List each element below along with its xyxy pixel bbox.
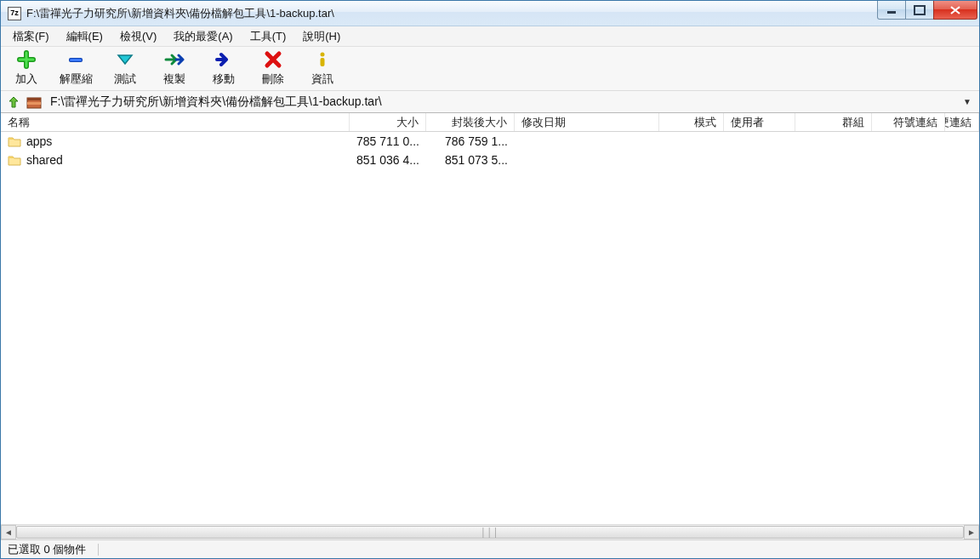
horizontal-scrollbar[interactable]: ◄ │││ ► (1, 524, 979, 539)
add-icon (17, 49, 36, 70)
toolbar-delete-label: 刪除 (262, 71, 284, 87)
toolbar-move[interactable]: 移動 (205, 49, 242, 87)
cell-size: 785 711 0... (350, 134, 426, 148)
address-bar: F:\雷禪光子力研究所\新增資料夾\備份檔解包工具\1-backup.tar\ … (1, 91, 979, 113)
toolbar-copy[interactable]: 複製 (156, 49, 193, 87)
column-header-group[interactable]: 群組 (795, 113, 872, 131)
menu-view[interactable]: 檢視(V) (113, 27, 163, 46)
scroll-right-button[interactable]: ► (964, 525, 979, 539)
menu-edit[interactable]: 編輯(E) (60, 27, 110, 46)
close-icon (949, 5, 961, 15)
column-header-size[interactable]: 大小 (350, 113, 426, 131)
copy-icon (164, 49, 185, 70)
toolbar-test[interactable]: 測試 (106, 49, 144, 87)
scroll-track[interactable]: │││ (16, 525, 964, 539)
menu-tools[interactable]: 工具(T) (243, 27, 293, 46)
menu-favorites[interactable]: 我的最愛(A) (167, 27, 239, 46)
up-icon (7, 95, 20, 109)
minimize-icon (886, 5, 897, 15)
test-icon (116, 49, 134, 70)
folder-icon (8, 135, 21, 147)
svg-point-4 (321, 53, 325, 57)
info-icon (313, 49, 332, 70)
cell-packed: 786 759 1... (426, 134, 515, 148)
address-dropdown[interactable]: ▼ (960, 97, 974, 106)
extract-icon (66, 49, 85, 70)
scroll-grip-icon: │││ (481, 528, 499, 537)
list-item[interactable]: shared 851 036 4... 851 073 5... (1, 151, 979, 169)
toolbar-info-label: 資訊 (311, 71, 333, 87)
column-header-row: 名稱 大小 封裝後大小 修改日期 模式 使用者 群組 符號連結 硬連結 (1, 113, 979, 132)
close-button[interactable] (933, 1, 977, 20)
toolbar-delete[interactable]: 刪除 (254, 49, 292, 87)
cell-name: shared (1, 153, 350, 167)
toolbar-info[interactable]: 資訊 (304, 49, 341, 87)
toolbar-test-label: 測試 (114, 71, 136, 87)
svg-rect-8 (27, 102, 41, 105)
column-header-hardlink[interactable]: 硬連結 (945, 113, 979, 131)
toolbar: 加入 解壓縮 測試 複製 移動 (1, 47, 979, 91)
menu-help[interactable]: 說明(H) (296, 27, 347, 46)
toolbar-add-label: 加入 (15, 71, 37, 87)
minimize-button[interactable] (877, 1, 906, 20)
delete-icon (264, 49, 282, 70)
file-list[interactable]: apps 785 711 0... 786 759 1... shared 85… (1, 132, 979, 524)
scroll-thumb[interactable]: │││ (16, 526, 964, 539)
cell-size: 851 036 4... (350, 153, 426, 167)
toolbar-copy-label: 複製 (163, 71, 185, 87)
cell-packed: 851 073 5... (426, 153, 515, 167)
column-header-name[interactable]: 名稱 (1, 113, 350, 131)
maximize-button[interactable] (905, 1, 934, 20)
column-header-user[interactable]: 使用者 (724, 113, 795, 131)
toolbar-add[interactable]: 加入 (8, 49, 45, 87)
scroll-left-button[interactable]: ◄ (1, 525, 16, 539)
title-bar[interactable]: 7z F:\雷禪光子力研究所\新增資料夾\備份檔解包工具\1-backup.ta… (1, 1, 979, 26)
window-title: F:\雷禪光子力研究所\新增資料夾\備份檔解包工具\1-backup.tar\ (26, 5, 878, 21)
svg-rect-3 (70, 59, 82, 61)
window-controls (878, 1, 977, 20)
toolbar-extract-label: 解壓縮 (60, 71, 93, 87)
column-header-symlink[interactable]: 符號連結 (872, 113, 945, 131)
svg-rect-0 (887, 11, 896, 14)
toolbar-move-label: 移動 (213, 71, 235, 87)
status-separator (98, 544, 99, 556)
cell-name: apps (1, 134, 350, 148)
list-item[interactable]: apps 785 711 0... 786 759 1... (1, 132, 979, 151)
toolbar-extract[interactable]: 解壓縮 (57, 49, 94, 87)
address-path[interactable]: F:\雷禪光子力研究所\新增資料夾\備份檔解包工具\1-backup.tar\ (47, 94, 955, 110)
main-window: 7z F:\雷禪光子力研究所\新增資料夾\備份檔解包工具\1-backup.ta… (0, 0, 980, 559)
file-name: apps (26, 134, 52, 148)
menu-file[interactable]: 檔案(F) (6, 27, 56, 46)
svg-rect-5 (321, 58, 325, 66)
file-name: shared (26, 153, 63, 167)
archive-type-icon (26, 94, 42, 110)
app-icon: 7z (8, 7, 21, 20)
maximize-icon (914, 5, 926, 15)
move-icon (214, 49, 233, 70)
status-selected: 已選取 0 個物件 (8, 542, 86, 557)
up-button[interactable] (6, 94, 21, 110)
menu-bar: 檔案(F) 編輯(E) 檢視(V) 我的最愛(A) 工具(T) 說明(H) (1, 26, 979, 47)
status-bar: 已選取 0 個物件 (1, 539, 979, 558)
folder-icon (8, 154, 21, 166)
svg-rect-7 (27, 98, 41, 100)
column-header-modified[interactable]: 修改日期 (515, 113, 659, 131)
column-header-mode[interactable]: 模式 (659, 113, 724, 131)
svg-rect-1 (914, 6, 925, 14)
column-header-packed[interactable]: 封裝後大小 (426, 113, 515, 131)
